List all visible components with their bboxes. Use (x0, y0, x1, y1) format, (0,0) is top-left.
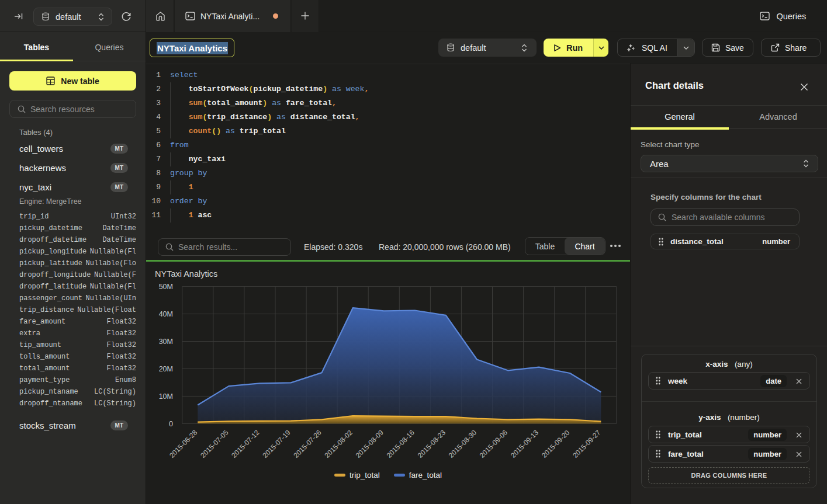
svg-text:2015-06-28: 2015-06-28 (168, 428, 199, 460)
svg-text:40M: 40M (159, 310, 173, 318)
svg-text:50M: 50M (159, 283, 173, 291)
svg-text:20M: 20M (159, 365, 173, 373)
svg-text:2015-08-02: 2015-08-02 (323, 428, 355, 460)
svg-text:2015-09-06: 2015-09-06 (478, 428, 510, 460)
svg-text:2015-07-19: 2015-07-19 (261, 428, 292, 460)
svg-text:2015-08-09: 2015-08-09 (354, 428, 386, 460)
svg-text:0: 0 (169, 420, 173, 428)
svg-text:2015-08-23: 2015-08-23 (416, 428, 448, 460)
svg-text:2015-09-27: 2015-09-27 (571, 428, 603, 460)
svg-text:10M: 10M (159, 392, 173, 401)
svg-text:2015-08-16: 2015-08-16 (385, 428, 417, 460)
svg-text:2015-08-30: 2015-08-30 (447, 428, 479, 460)
svg-text:2015-07-05: 2015-07-05 (199, 428, 230, 460)
svg-text:2015-07-12: 2015-07-12 (230, 428, 261, 460)
svg-text:2015-09-20: 2015-09-20 (540, 428, 572, 460)
svg-text:2015-07-26: 2015-07-26 (292, 428, 323, 460)
svg-text:2015-09-13: 2015-09-13 (509, 428, 541, 460)
svg-text:30M: 30M (159, 338, 173, 346)
svg-text:NYTaxi Analytics: NYTaxi Analytics (155, 269, 217, 279)
